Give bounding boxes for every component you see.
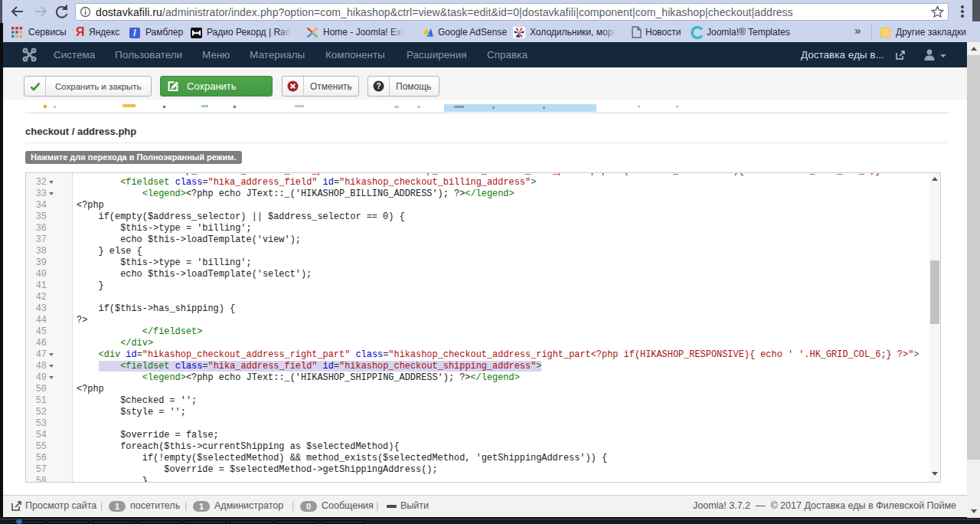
svg-text:?: ? — [376, 82, 381, 90]
